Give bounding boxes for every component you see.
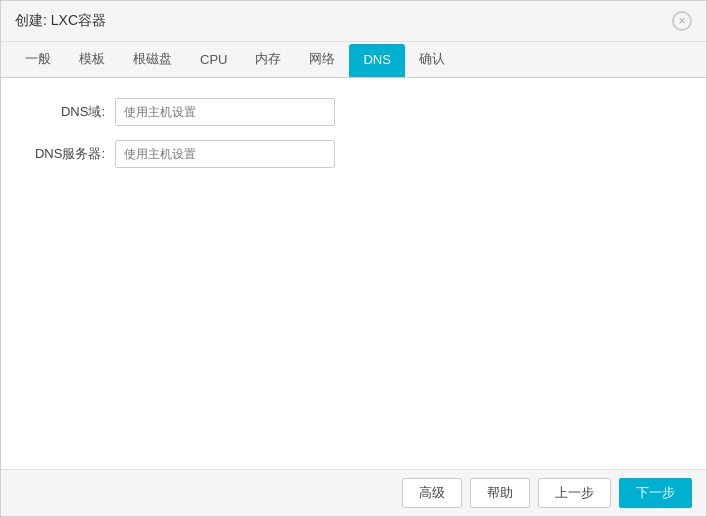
tab-disk[interactable]: 根磁盘 <box>119 42 186 78</box>
tab-general[interactable]: 一般 <box>11 42 65 78</box>
help-button[interactable]: 帮助 <box>470 478 530 508</box>
advanced-button[interactable]: 高级 <box>402 478 462 508</box>
dialog-title: 创建: LXC容器 <box>15 12 106 30</box>
dns-domain-input[interactable] <box>115 98 335 126</box>
tab-memory[interactable]: 内存 <box>241 42 295 78</box>
tab-cpu[interactable]: CPU <box>186 44 241 77</box>
content-area: DNS域: DNS服务器: <box>1 78 706 469</box>
dns-domain-row: DNS域: <box>25 98 682 126</box>
create-lxc-dialog: 创建: LXC容器 × 一般 模板 根磁盘 CPU 内存 网络 DNS 确认 D… <box>0 0 707 517</box>
dns-domain-label: DNS域: <box>25 103 115 121</box>
title-bar: 创建: LXC容器 × <box>1 1 706 42</box>
close-button[interactable]: × <box>672 11 692 31</box>
dns-server-input[interactable] <box>115 140 335 168</box>
tab-template[interactable]: 模板 <box>65 42 119 78</box>
dns-server-row: DNS服务器: <box>25 140 682 168</box>
dns-server-label: DNS服务器: <box>25 145 115 163</box>
next-button[interactable]: 下一步 <box>619 478 692 508</box>
tab-bar: 一般 模板 根磁盘 CPU 内存 网络 DNS 确认 <box>1 42 706 78</box>
footer-bar: 高级 帮助 上一步 下一步 <box>1 469 706 516</box>
prev-button[interactable]: 上一步 <box>538 478 611 508</box>
tab-network[interactable]: 网络 <box>295 42 349 78</box>
tab-confirm[interactable]: 确认 <box>405 42 459 78</box>
tab-dns[interactable]: DNS <box>349 44 404 77</box>
